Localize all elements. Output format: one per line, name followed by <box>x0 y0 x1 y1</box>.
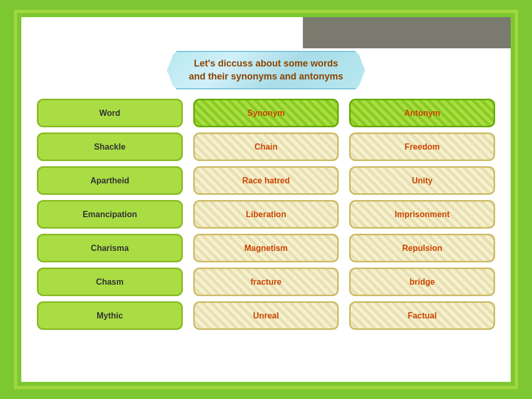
antonym-label-2: Imprisonment <box>395 210 450 219</box>
word-cell-0: Shackle <box>37 132 183 161</box>
word-label-2: Emancipation <box>83 210 137 219</box>
synonym-cell-4: fracture <box>193 268 339 296</box>
header-synonym-cell: Synonym <box>193 99 339 127</box>
word-cell-3: Charisma <box>37 234 183 262</box>
word-label-3: Charisma <box>91 244 129 253</box>
header-word-label: Word <box>99 109 121 118</box>
word-cell-5: Mythic <box>37 301 183 330</box>
synonym-label-1: Race hatred <box>242 176 290 185</box>
word-cell-1: Apartheid <box>37 166 183 195</box>
word-label-1: Apartheid <box>90 176 129 185</box>
antonym-cell-0: Freedom <box>349 132 495 161</box>
gray-rectangle <box>303 17 511 48</box>
banner-text: Let's diccuss about some words and their… <box>189 57 343 83</box>
word-table: Word Synonym Antonym Shackle Chain Freed… <box>32 99 500 330</box>
banner-line2: and their synonyms and antonyms <box>189 71 343 82</box>
synonym-cell-1: Race hatred <box>193 166 339 195</box>
antonym-label-4: bridge <box>409 277 435 287</box>
synonym-cell-3: Magnetism <box>193 234 339 262</box>
banner-line1: Let's diccuss about some words <box>194 58 338 69</box>
antonym-label-0: Freedom <box>405 142 440 152</box>
synonym-label-5: Unreal <box>253 311 279 321</box>
synonym-cell-5: Unreal <box>193 301 339 330</box>
antonym-cell-1: Unity <box>349 166 495 195</box>
header-antonym-cell: Antonym <box>349 99 495 127</box>
antonym-cell-3: Repulsion <box>349 234 495 262</box>
antonym-label-5: Factual <box>408 311 437 321</box>
antonym-label-3: Repulsion <box>402 244 442 253</box>
header-word-cell: Word <box>37 99 183 127</box>
word-label-4: Chasm <box>96 277 124 287</box>
header-antonym-label: Antonym <box>404 109 440 118</box>
synonym-label-0: Chain <box>255 142 277 152</box>
word-cell-4: Chasm <box>37 268 183 296</box>
synonym-cell-2: Liberation <box>193 200 339 229</box>
synonym-label-4: fracture <box>250 277 282 287</box>
word-label-5: Mythic <box>97 311 123 321</box>
antonym-cell-5: Factual <box>349 301 495 330</box>
banner: Let's diccuss about some words and their… <box>167 51 365 89</box>
header-synonym-label: Synonym <box>247 109 285 118</box>
outer-border: Let's diccuss about some words and their… <box>14 10 518 389</box>
antonym-label-1: Unity <box>412 176 433 185</box>
antonym-cell-4: bridge <box>349 268 495 296</box>
synonym-cell-0: Chain <box>193 132 339 161</box>
banner-wrapper: Let's diccuss about some words and their… <box>32 51 500 89</box>
antonym-cell-2: Imprisonment <box>349 200 495 229</box>
synonym-label-2: Liberation <box>246 210 286 219</box>
word-label-0: Shackle <box>94 142 125 152</box>
synonym-label-3: Magnetism <box>244 244 288 253</box>
inner-card: Let's diccuss about some words and their… <box>21 17 511 382</box>
word-cell-2: Emancipation <box>37 200 183 229</box>
